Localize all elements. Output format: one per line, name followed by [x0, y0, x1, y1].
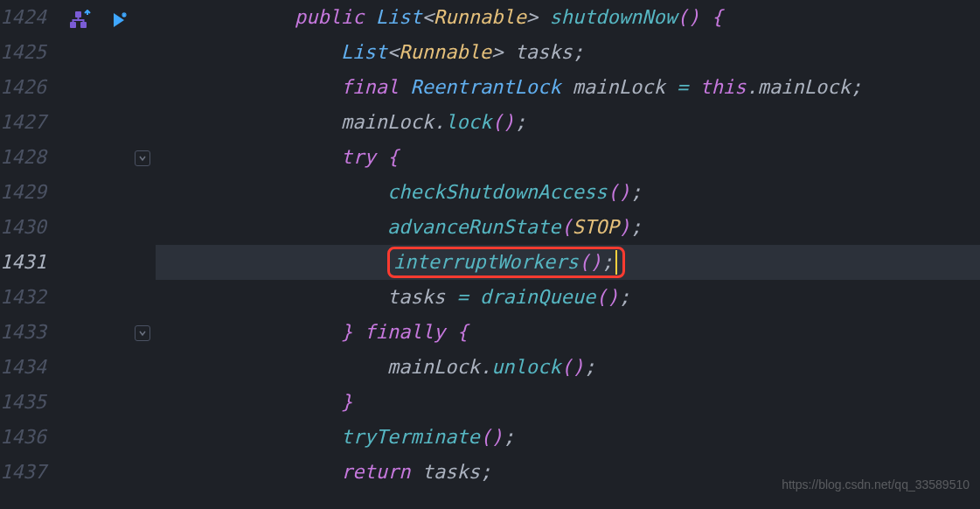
token-punc — [445, 315, 456, 350]
token-fn: drainQueue — [480, 280, 595, 315]
token-brace: } — [341, 315, 352, 350]
token-punc — [688, 70, 699, 105]
token-kw: this — [700, 70, 747, 105]
line-number-gutter: 1424142514261427142814291430143114321433… — [0, 0, 68, 490]
token-fn: unlock — [491, 350, 560, 385]
svg-rect-2 — [75, 11, 81, 17]
code-line[interactable]: checkShutdownAccess(); — [156, 175, 980, 210]
token-fn: lock — [445, 105, 491, 140]
token-op: = — [456, 280, 468, 315]
watermark: https://blog.csdn.net/qq_33589510 — [782, 467, 970, 502]
fold-marker[interactable] — [135, 325, 150, 341]
token-type: List — [341, 35, 387, 70]
token-type: List — [376, 0, 422, 35]
token-brace: { — [387, 140, 399, 175]
text-cursor — [615, 250, 617, 275]
token-punc: ; — [515, 105, 526, 140]
token-ident: tasks — [515, 35, 573, 70]
token-brace: { — [456, 315, 468, 350]
line-number: 1432 — [0, 280, 61, 315]
token-punc — [364, 0, 375, 35]
token-brace: () — [579, 245, 602, 280]
code-line[interactable]: interruptWorkers(); — [156, 245, 980, 280]
token-ident: mainLock — [573, 70, 665, 105]
code-line[interactable]: } — [156, 385, 980, 420]
token-brace: () — [608, 175, 631, 210]
token-gen: Runnable — [434, 0, 526, 35]
token-punc: < — [422, 0, 434, 35]
token-punc: ; — [851, 70, 862, 105]
token-brace: () — [561, 350, 585, 385]
line-number: 1424 — [0, 0, 61, 35]
token-ident: mainLock — [341, 105, 434, 140]
line-number: 1437 — [0, 455, 61, 490]
token-ident: tasks — [387, 280, 445, 315]
token-punc — [561, 70, 573, 105]
code-line[interactable]: advanceRunState(STOP); — [156, 210, 980, 245]
token-punc — [410, 455, 421, 490]
gutter-icons-column — [68, 0, 156, 490]
fold-marker[interactable] — [135, 150, 150, 166]
token-kw: return — [341, 455, 410, 490]
run-icon[interactable] — [108, 7, 129, 42]
highlight-box: interruptWorkers(); — [387, 247, 625, 278]
code-editor[interactable]: 1424142514261427142814291430143114321433… — [0, 0, 980, 490]
token-punc: ; — [630, 210, 642, 245]
token-brace: } — [341, 385, 352, 420]
line-number: 1436 — [0, 420, 61, 455]
token-punc — [469, 280, 480, 315]
line-number: 1427 — [0, 105, 61, 140]
token-brace: () — [491, 105, 515, 140]
token-brace: ( — [561, 210, 573, 245]
code-line[interactable]: tasks = drainQueue(); — [156, 280, 980, 315]
code-line[interactable]: mainLock.unlock(); — [156, 350, 980, 385]
token-gen: STOP — [573, 210, 619, 245]
svg-rect-0 — [70, 22, 76, 28]
token-ident: mainLock — [387, 350, 480, 385]
code-line[interactable]: tryTerminate(); — [156, 420, 980, 455]
token-punc: ; — [601, 245, 613, 280]
token-punc: ; — [584, 350, 595, 385]
token-punc: . — [434, 105, 445, 140]
token-punc: . — [747, 70, 758, 105]
code-line[interactable]: } finally { — [156, 315, 980, 350]
token-brace: ) — [619, 210, 630, 245]
token-ident: tasks — [422, 455, 480, 490]
token-fn: advanceRunState — [387, 210, 561, 245]
token-punc: ; — [480, 455, 491, 490]
line-number: 1428 — [0, 140, 61, 175]
token-punc — [399, 70, 410, 105]
token-fn: shutdownNow — [549, 0, 677, 35]
token-kw: finally — [364, 315, 445, 350]
token-kw: public — [295, 0, 364, 35]
token-punc: ; — [619, 280, 630, 315]
token-brace: () — [480, 420, 504, 455]
line-number: 1431 — [0, 245, 61, 280]
token-kw: try — [341, 140, 376, 175]
code-line[interactable]: public List<Runnable> shutdownNow() { — [156, 0, 980, 35]
svg-rect-1 — [80, 22, 87, 28]
line-number: 1433 — [0, 315, 61, 350]
token-ident: mainLock — [758, 70, 851, 105]
token-punc — [376, 140, 387, 175]
token-punc: < — [387, 35, 399, 70]
token-brace: () — [677, 0, 700, 35]
token-brace: () — [595, 280, 619, 315]
code-area[interactable]: public List<Runnable> shutdownNow() { Li… — [156, 0, 980, 490]
token-brace: { — [712, 0, 723, 35]
line-number: 1429 — [0, 175, 61, 210]
token-fn: checkShutdownAccess — [387, 175, 608, 210]
token-punc — [665, 70, 677, 105]
code-line[interactable]: mainLock.lock(); — [156, 105, 980, 140]
token-gen: Runnable — [399, 35, 491, 70]
hierarchy-icon[interactable] — [68, 7, 91, 42]
line-number: 1434 — [0, 350, 61, 385]
code-line[interactable]: final ReentrantLock mainLock = this.main… — [156, 70, 980, 105]
line-number: 1435 — [0, 385, 61, 420]
code-line[interactable]: List<Runnable> tasks; — [156, 35, 980, 70]
token-punc — [445, 280, 456, 315]
code-line[interactable]: try { — [156, 140, 980, 175]
line-number: 1430 — [0, 210, 61, 245]
token-punc: > — [491, 35, 515, 70]
token-op: = — [677, 70, 688, 105]
